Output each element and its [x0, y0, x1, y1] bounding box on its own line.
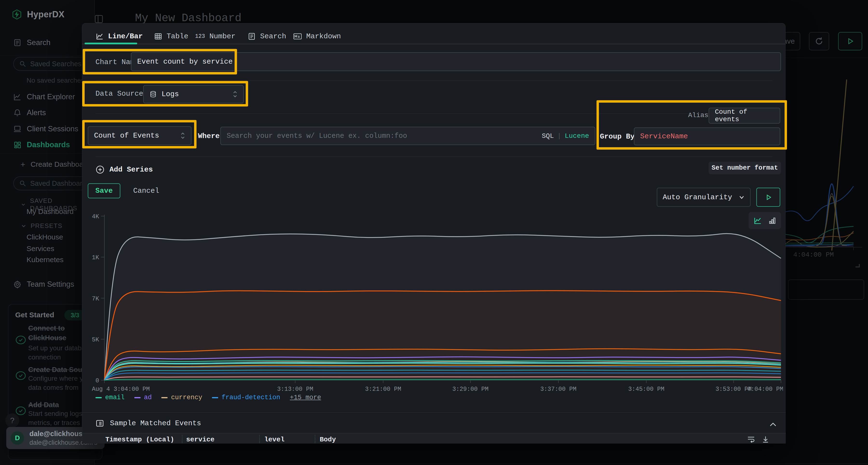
select-chevrons-icon	[180, 132, 185, 139]
cancel-button[interactable]: Cancel	[131, 184, 161, 198]
svg-text:3.5K: 3.5K	[92, 336, 99, 343]
data-source-select[interactable]: Logs	[143, 85, 244, 103]
chevron-down-icon	[739, 194, 745, 200]
markdown-icon	[293, 32, 302, 40]
tab-label: Table	[166, 32, 188, 40]
where-placeholder: Search your events w/ Lucene ex. column:…	[227, 132, 407, 140]
cancel-label: Cancel	[133, 187, 159, 195]
column-header-body[interactable]: Body	[320, 436, 336, 443]
tab-table[interactable]: Table	[154, 31, 188, 42]
tab-line-bar[interactable]: Line/Bar	[95, 31, 143, 42]
set-number-format-label: Set number format	[712, 164, 778, 171]
svg-text:0: 0	[95, 377, 99, 384]
tab-search[interactable]: Search	[248, 31, 286, 42]
legend-label: currency	[171, 394, 202, 401]
chart-name-value: Event count by service	[137, 58, 233, 66]
save-button[interactable]: Save	[88, 184, 120, 198]
svg-text:7K: 7K	[92, 295, 99, 302]
select-chevrons-icon	[233, 91, 238, 98]
divider	[82, 412, 786, 413]
chevron-up-icon[interactable]	[769, 421, 777, 428]
svg-text:Aug 4 3:04:00 PM: Aug 4 3:04:00 PM	[92, 386, 150, 393]
svg-text:4:04:00 PM: 4:04:00 PM	[747, 386, 783, 393]
column-header-timestamp[interactable]: Timestamp (Local)	[105, 436, 174, 443]
active-tab-indicator	[85, 43, 137, 44]
play-icon	[765, 194, 772, 201]
group-by-input[interactable]: ServiceName	[634, 128, 780, 145]
add-series-button[interactable]: Add Series	[95, 165, 153, 174]
tab-number[interactable]: 123 Number	[195, 31, 235, 42]
alias-input[interactable]: Count of events	[709, 108, 780, 124]
where-input[interactable]: Search your events w/ Lucene ex. column:…	[220, 127, 595, 145]
column-header-service[interactable]: service	[186, 436, 215, 443]
database-icon	[150, 91, 157, 98]
legend-label: fraud-detection	[222, 394, 280, 401]
granularity-value: Auto Granularity	[662, 193, 732, 201]
aggregation-select[interactable]: Count of Events	[88, 126, 191, 145]
chart-legend: emailadcurrencyfraud-detection+15 more	[95, 394, 321, 401]
svg-text:3:21:00 PM: 3:21:00 PM	[365, 386, 401, 393]
data-source-label: Data Source	[95, 90, 143, 98]
chart-name-input[interactable]: Event count by service	[131, 52, 781, 71]
tab-label: Markdown	[306, 32, 341, 40]
sample-events-header[interactable]: Sample Matched Events	[95, 419, 201, 428]
group-by-label: Group By	[600, 133, 634, 141]
avatar: D	[10, 431, 24, 445]
toggle-separator: |	[557, 132, 561, 140]
tabs-divider	[82, 44, 786, 44]
sample-events-title: Sample Matched Events	[110, 419, 201, 427]
legend-item[interactable]: currency	[161, 394, 202, 401]
svg-text:3:37:00 PM: 3:37:00 PM	[540, 386, 577, 393]
legend-swatch	[95, 397, 102, 398]
tab-label: Search	[260, 32, 286, 40]
legend-swatch	[134, 397, 141, 398]
alias-label: Alias	[688, 111, 708, 119]
data-source-value: Logs	[161, 90, 179, 98]
divider	[95, 80, 773, 81]
column-header-level[interactable]: level	[264, 436, 284, 443]
svg-text:3:53:00 PM: 3:53:00 PM	[716, 386, 752, 393]
preview-chart: 03.5K7K11K14KAug 4 3:04:00 PM3:13:00 PM3…	[92, 214, 783, 397]
legend-swatch	[212, 397, 218, 398]
tab-markdown[interactable]: Markdown	[293, 31, 341, 42]
legend-item[interactable]: email	[95, 394, 125, 401]
lucene-toggle[interactable]: Lucene	[565, 132, 589, 140]
sample-events-table-header: Timestamp (Local) service level Body	[82, 433, 786, 443]
sql-toggle[interactable]: SQL	[542, 132, 554, 140]
svg-text:3:13:00 PM: 3:13:00 PM	[277, 386, 313, 393]
text-wrap-icon[interactable]	[747, 435, 755, 443]
group-by-value: ServiceName	[640, 132, 688, 140]
legend-label: email	[105, 394, 125, 401]
123-icon: 123	[195, 33, 205, 39]
svg-text:3:29:00 PM: 3:29:00 PM	[452, 386, 489, 393]
alias-value: Count of events	[715, 108, 774, 123]
add-series-label: Add Series	[110, 166, 153, 174]
legend-item[interactable]: ad	[134, 394, 152, 401]
tab-label: Number	[209, 32, 235, 40]
run-chart-button[interactable]	[756, 188, 780, 207]
edit-chart-modal: Line/Bar Table 123 Number Search Markdow…	[82, 23, 785, 443]
divider	[95, 113, 773, 114]
legend-swatch	[161, 397, 167, 398]
plus-circle-icon	[95, 165, 105, 174]
granularity-select[interactable]: Auto Granularity	[657, 188, 751, 207]
tab-label: Line/Bar	[108, 32, 143, 40]
save-label: Save	[95, 187, 113, 195]
column-separator[interactable]	[315, 435, 315, 443]
svg-text:3:45:00 PM: 3:45:00 PM	[628, 386, 664, 393]
download-icon[interactable]	[761, 435, 770, 443]
set-number-format-button[interactable]: Set number format	[709, 162, 781, 174]
svg-text:11K: 11K	[92, 254, 99, 261]
legend-more-link[interactable]: +15 more	[290, 394, 321, 401]
legend-item[interactable]: fraud-detection	[212, 394, 280, 401]
list-icon	[95, 419, 104, 428]
aggregation-value: Count of Events	[94, 132, 159, 140]
search-doc-icon	[248, 32, 256, 40]
svg-text:14K: 14K	[92, 214, 99, 220]
legend-label: ad	[144, 394, 152, 401]
table-icon	[154, 32, 162, 40]
column-separator[interactable]	[182, 435, 183, 443]
column-separator[interactable]	[259, 435, 260, 443]
divider	[95, 156, 773, 157]
where-label: Where	[198, 132, 220, 140]
